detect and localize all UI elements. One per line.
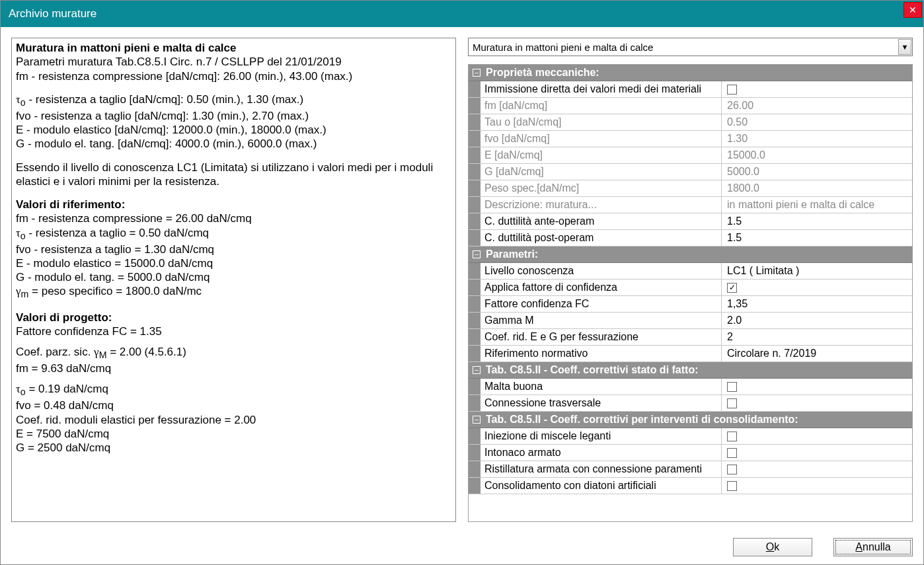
desc-line: G - modulo el. tang. [daN/cmq]: 4000.0 (…	[16, 137, 451, 151]
property-label: Intonaco armato	[481, 445, 722, 461]
row-gutter	[469, 461, 481, 477]
property-row: Coef. rid. E e G per fessurazione2	[469, 329, 912, 346]
section-header[interactable]: −Parametri:	[469, 246, 912, 263]
property-value[interactable]: ✓	[722, 280, 912, 295]
desc-line: - resistenza a taglio [daN/cmq]: 0.50 (m…	[26, 93, 303, 106]
row-gutter	[469, 263, 481, 279]
content-area: Muratura in mattoni pieni e malta di cal…	[1, 27, 923, 533]
property-label: Gamma M	[481, 313, 722, 328]
property-row: Fattore confidenza FC1,35	[469, 296, 912, 313]
desc-line: Fattore confidenza FC = 1.35	[16, 324, 451, 338]
property-label: Applica fattore di confidenza	[481, 280, 722, 295]
section-header[interactable]: −Proprietà meccaniche:	[469, 65, 912, 81]
desc-line: G = 2500 daN/cmq	[16, 441, 451, 455]
checkbox[interactable]	[727, 465, 737, 474]
property-row: fm [daN/cmq]26.00	[469, 98, 912, 114]
desc-line: Essendo il livello di conoscenza LC1 (Li…	[16, 161, 451, 189]
desc-line: - resistenza a taglio = 0.50 daN/cmq	[26, 227, 209, 239]
row-gutter	[469, 114, 481, 130]
checkbox[interactable]	[727, 398, 737, 408]
property-label: Tau o [daN/cmq]	[481, 114, 722, 130]
property-value[interactable]	[722, 478, 912, 494]
property-value[interactable]: 2.0	[722, 313, 912, 328]
desc-line: E = 7500 daN/cmq	[16, 427, 451, 441]
property-row: E [daN/cmq]15000.0	[469, 147, 912, 164]
property-row: fvo [daN/cmq]1.30	[469, 131, 912, 147]
property-label: Coef. rid. E e G per fessurazione	[481, 329, 722, 345]
row-gutter	[469, 296, 481, 312]
desc-line: fvo = 0.48 daN/cmq	[16, 398, 451, 412]
property-value[interactable]	[722, 428, 912, 444]
dropdown-selected-text: Muratura in mattoni pieni e malta di cal…	[473, 42, 653, 53]
property-value[interactable]	[722, 81, 912, 97]
chevron-down-icon: ▼	[898, 39, 911, 55]
property-row: Gamma M2.0	[469, 313, 912, 329]
property-grid[interactable]: −Proprietà meccaniche:Immissione diretta…	[468, 64, 913, 522]
property-label: Iniezione di miscele leganti	[481, 428, 722, 444]
section-title: Parametri:	[486, 248, 538, 260]
property-value: 1800.0	[722, 180, 912, 196]
collapse-icon: −	[473, 416, 481, 424]
checkbox[interactable]	[727, 382, 737, 392]
property-row: Tau o [daN/cmq]0.50	[469, 114, 912, 131]
desc-line: fm - resistenza compressione = 26.00 daN…	[16, 211, 451, 225]
desc-line: G - modulo el. tang. = 5000.0 daN/cmq	[16, 270, 451, 284]
property-row: C. duttilità post-operam1.5	[469, 230, 912, 246]
property-value[interactable]: 1.5	[722, 230, 912, 246]
row-gutter	[469, 346, 481, 361]
property-value[interactable]	[722, 379, 912, 395]
property-value: 0.50	[722, 114, 912, 130]
checkbox[interactable]	[727, 432, 737, 441]
masonry-type-dropdown[interactable]: Muratura in mattoni pieni e malta di cal…	[468, 38, 913, 56]
close-button[interactable]: ✕	[904, 2, 922, 18]
desc-subheading: Valori di riferimento:	[16, 198, 125, 211]
section-title: Proprietà meccaniche:	[486, 67, 599, 78]
property-label: Livello conoscenza	[481, 263, 722, 279]
property-label: C. duttilità post-operam	[481, 230, 722, 246]
row-gutter	[469, 197, 481, 213]
cancel-button[interactable]: Annulla	[833, 538, 913, 556]
property-value[interactable]: 1,35	[722, 296, 912, 312]
property-value: 5000.0	[722, 164, 912, 180]
row-gutter	[469, 329, 481, 345]
property-value: 26.00	[722, 98, 912, 114]
property-row: Riferimento normativoCircolare n. 7/2019	[469, 346, 912, 362]
dialog-buttons: Ok Annulla	[1, 533, 923, 564]
property-value[interactable]: 1.5	[722, 213, 912, 229]
section-header[interactable]: −Tab. C8.5.II - Coeff. correttivi stato …	[469, 362, 912, 379]
desc-subheading: Valori di progetto:	[16, 311, 112, 324]
row-gutter	[469, 395, 481, 411]
property-row: Connessione trasversale	[469, 395, 912, 412]
row-gutter	[469, 147, 481, 163]
desc-line: = peso specifico = 1800.0 daN/mc	[28, 285, 202, 297]
section-header[interactable]: −Tab. C8.5.II - Coeff. correttivi per in…	[469, 412, 912, 428]
collapse-icon: −	[473, 366, 481, 374]
checkbox[interactable]: ✓	[727, 283, 737, 293]
property-value[interactable]	[722, 395, 912, 411]
property-label: Peso spec.[daN/mc]	[481, 180, 722, 196]
property-value: in mattoni pieni e malta di calce	[722, 197, 912, 213]
description-textbox[interactable]: Muratura in mattoni pieni e malta di cal…	[11, 38, 456, 522]
ok-button[interactable]: Ok	[733, 538, 812, 556]
collapse-icon: −	[473, 69, 481, 77]
property-value[interactable]: Circolare n. 7/2019	[722, 346, 912, 361]
property-value[interactable]: LC1 ( Limitata )	[722, 263, 912, 279]
property-row: Malta buona	[469, 379, 912, 395]
property-row: Intonaco armato	[469, 445, 912, 461]
properties-pane: Muratura in mattoni pieni e malta di cal…	[468, 38, 913, 522]
desc-line: fm - resistenza compressione [daN/cmq]: …	[16, 69, 451, 83]
property-row: Iniezione di miscele leganti	[469, 428, 912, 445]
property-value[interactable]: 2	[722, 329, 912, 345]
checkbox[interactable]	[727, 85, 737, 94]
ok-label-tail: k	[774, 541, 779, 552]
property-value[interactable]	[722, 445, 912, 461]
close-icon: ✕	[909, 5, 917, 15]
property-row: C. duttilità ante-operam1.5	[469, 213, 912, 230]
property-label: Connessione trasversale	[481, 395, 722, 411]
property-value[interactable]	[722, 461, 912, 477]
desc-line: fvo - resistenza a taglio [daN/cmq]: 1.3…	[16, 109, 451, 123]
checkbox[interactable]	[727, 448, 737, 458]
checkbox[interactable]	[727, 481, 737, 491]
property-value: 15000.0	[722, 147, 912, 163]
row-gutter	[469, 313, 481, 328]
